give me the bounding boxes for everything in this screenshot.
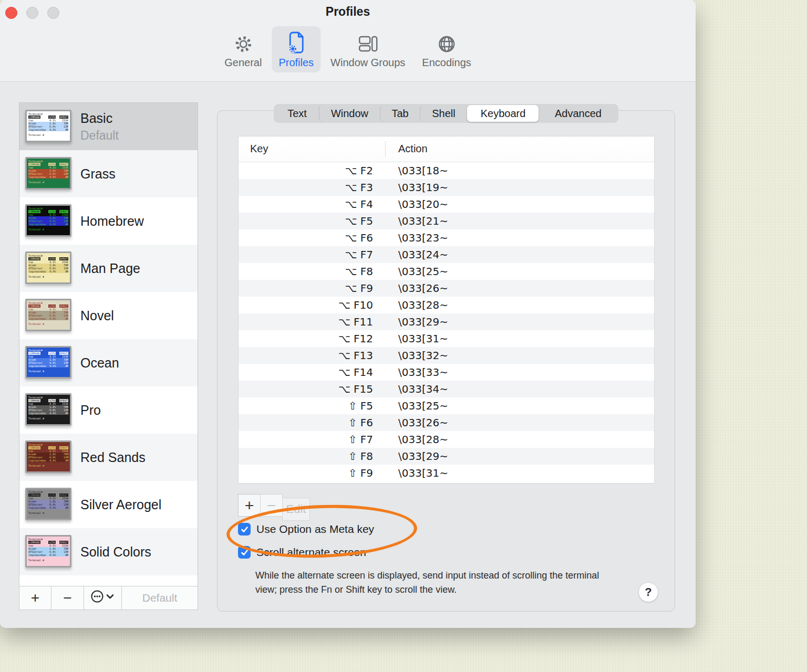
action-cell: \033[29~ — [398, 450, 448, 463]
key-binding-row[interactable]: ⌥ F13\033[32~ — [239, 347, 654, 364]
profile-name: Grass — [80, 166, 116, 182]
key-binding-row[interactable]: ⇧ F7\033[28~ — [239, 431, 654, 448]
profile-name: Red Sands — [80, 450, 146, 465]
key-binding-row[interactable]: ⇧ F8\033[29~ — [239, 448, 654, 465]
profile-item-man-page[interactable]: Terminal# COMMAND %CPU RPRVT top4.1%231K… — [19, 245, 198, 292]
key-cell: ⇧ F7 — [239, 433, 373, 446]
set-default-button[interactable]: Default — [122, 586, 198, 610]
profile-thumbnail: Terminal# COMMAND %CPU RPRVT top4.1%231K… — [25, 488, 71, 520]
profile-name: Homebrew — [80, 214, 144, 229]
key-cell: ⌥ F4 — [239, 198, 373, 211]
help-button[interactable]: ? — [638, 582, 658, 602]
add-key-button[interactable]: + — [238, 494, 261, 517]
action-cell: \033[21~ — [398, 215, 448, 227]
window-groups-icon — [357, 31, 378, 54]
window-title: Profiles — [0, 5, 696, 19]
key-bindings-table[interactable]: Key Action ⌥ F2\033[18~⌥ F3\033[19~⌥ F4\… — [238, 136, 655, 484]
remove-profile-button[interactable]: − — [51, 586, 84, 610]
ellipsis-circle-chevron-icon — [90, 590, 116, 607]
column-header-action: Action — [398, 143, 428, 155]
profile-sidebar: Terminal# COMMAND %CPU RPRVT top4.1%231K… — [19, 102, 198, 610]
action-cell: \033[25~ — [398, 400, 448, 412]
option-meta-key-row: Use Option as Meta key — [238, 523, 374, 536]
tab-window[interactable]: Window — [319, 105, 380, 122]
key-binding-row[interactable]: ⌥ F12\033[31~ — [239, 330, 654, 347]
profile-name: Basic — [80, 111, 119, 126]
action-cell: \033[24~ — [398, 248, 448, 261]
key-binding-row[interactable]: ⇧ F5\033[25~ — [239, 397, 654, 414]
scroll-alternate-screen-row: Scroll alternate screen — [238, 546, 366, 559]
tab-tab[interactable]: Tab — [380, 105, 420, 122]
remove-key-button[interactable]: − — [260, 494, 283, 517]
key-cell: ⌥ F12 — [239, 332, 373, 345]
key-binding-row[interactable]: ⌥ F15\033[34~ — [239, 381, 654, 397]
toolbar-item-label: Profiles — [278, 57, 314, 69]
toolbar-item-label: Window Groups — [330, 57, 405, 69]
more-options-button[interactable] — [84, 586, 122, 610]
key-binding-row[interactable]: ⌥ F9\033[26~ — [239, 280, 654, 297]
key-cell: ⌥ F15 — [239, 383, 373, 395]
profile-name: Novel — [80, 308, 114, 323]
profile-thumbnail: Terminal# COMMAND %CPU RPRVT top4.1%231K… — [25, 299, 71, 331]
toolbar-item-window-groups[interactable]: Window Groups — [324, 26, 412, 72]
key-cell: ⌥ F8 — [239, 265, 373, 278]
tab-keyboard[interactable]: Keyboard — [467, 105, 539, 122]
globe-icon — [436, 31, 457, 54]
checkbox-label: Use Option as Meta key — [256, 523, 374, 536]
key-cell: ⌥ F14 — [239, 366, 373, 379]
key-binding-row[interactable]: ⇧ F6\033[26~ — [239, 414, 654, 431]
key-binding-row[interactable]: ⌥ F14\033[33~ — [239, 364, 654, 381]
key-cell: ⌥ F10 — [239, 299, 373, 311]
column-header-key: Key — [250, 143, 268, 155]
key-cell: ⇧ F5 — [239, 400, 373, 412]
profile-item-solid-colors[interactable]: Terminal# COMMAND %CPU RPRVT top4.1%231K… — [19, 528, 198, 575]
action-cell: \033[23~ — [398, 232, 448, 244]
toolbar-item-profiles[interactable]: Profiles — [272, 26, 320, 72]
add-profile-button[interactable]: + — [19, 586, 51, 610]
scroll-alternate-screen-checkbox[interactable] — [238, 546, 251, 559]
profile-subtitle: Default — [80, 129, 119, 143]
key-binding-row[interactable]: ⌥ F11\033[29~ — [239, 313, 654, 330]
toolbar-item-label: General — [224, 57, 262, 69]
profile-thumbnail: Terminal# COMMAND %CPU RPRVT top4.1%231K… — [25, 251, 71, 284]
window-titlebar: Profiles General — [0, 0, 696, 82]
checkbox-label: Scroll alternate screen — [256, 546, 366, 559]
toolbar-item-general[interactable]: General — [218, 26, 268, 72]
profile-item-silver-aerogel[interactable]: Terminal# COMMAND %CPU RPRVT top4.1%231K… — [19, 481, 198, 528]
key-binding-row[interactable]: ⌥ F6\033[23~ — [239, 229, 654, 246]
tab-text[interactable]: Text — [275, 105, 319, 122]
profile-thumbnail: Terminal# COMMAND %CPU RPRVT top4.1%231K… — [25, 535, 71, 568]
sidebar-footer: + − Default — [19, 586, 198, 610]
profile-item-basic[interactable]: Terminal# COMMAND %CPU RPRVT top4.1%231K… — [19, 103, 198, 150]
profile-item-homebrew[interactable]: Terminal# COMMAND %CPU RPRVT top4.1%231K… — [19, 197, 198, 245]
action-cell: \033[20~ — [398, 198, 448, 211]
key-binding-row[interactable]: ⌥ F5\033[21~ — [239, 213, 654, 229]
profile-item-novel[interactable]: Terminal# COMMAND %CPU RPRVT top4.1%231K… — [19, 292, 198, 339]
key-binding-row[interactable]: ⌥ F7\033[24~ — [239, 246, 654, 263]
key-binding-row[interactable]: ⌥ F8\033[25~ — [239, 263, 654, 280]
profile-thumbnail: Terminal# COMMAND %CPU RPRVT top4.1%231K… — [25, 346, 71, 379]
profile-item-grass[interactable]: Terminal# COMMAND %CPU RPRVT top4.1%231K… — [19, 150, 198, 197]
toolbar-item-encodings[interactable]: Encodings — [415, 26, 478, 72]
profile-item-ocean[interactable]: Terminal# COMMAND %CPU RPRVT top4.1%231K… — [19, 339, 198, 386]
key-binding-row[interactable]: ⇧ F9\033[31~ — [239, 465, 654, 481]
key-cell: ⌥ F5 — [239, 215, 373, 227]
use-option-as-meta-key-checkbox[interactable] — [238, 523, 251, 536]
profile-name: Solid Colors — [80, 544, 151, 560]
tab-bar: TextWindowTabShellKeyboardAdvanced — [274, 104, 618, 123]
profile-name: Silver Aerogel — [80, 497, 161, 512]
edit-key-button[interactable]: Edit — [282, 498, 310, 521]
key-binding-row[interactable]: ⌥ F4\033[20~ — [239, 196, 654, 213]
tab-advanced[interactable]: Advanced — [539, 105, 617, 122]
key-binding-row[interactable]: ⌥ F2\033[18~ — [239, 162, 654, 179]
gear-icon — [233, 31, 254, 54]
profile-item-pro[interactable]: Terminal# COMMAND %CPU RPRVT top4.1%231K… — [19, 386, 198, 434]
tab-shell[interactable]: Shell — [420, 105, 467, 122]
profile-thumbnail: Terminal# COMMAND %CPU RPRVT top4.1%231K… — [25, 204, 71, 237]
key-binding-row[interactable]: ⌥ F10\033[28~ — [239, 297, 654, 313]
key-binding-row[interactable]: ⌥ F3\033[19~ — [239, 179, 654, 196]
action-cell: \033[33~ — [398, 366, 448, 379]
profile-item-red-sands[interactable]: Terminal# COMMAND %CPU RPRVT top4.1%231K… — [19, 434, 198, 481]
action-cell: \033[18~ — [398, 164, 448, 177]
profile-list[interactable]: Terminal# COMMAND %CPU RPRVT top4.1%231K… — [19, 103, 198, 586]
